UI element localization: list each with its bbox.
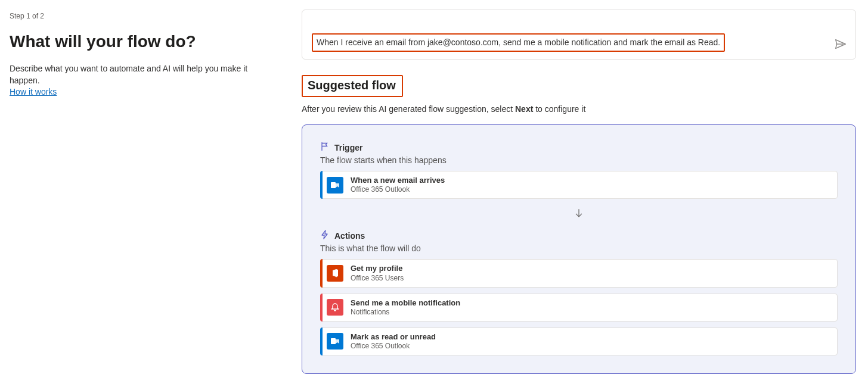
suggested-flow-heading: Suggested flow [308, 79, 396, 92]
office-icon [327, 265, 343, 282]
actions-section-header: Actions [320, 230, 838, 241]
page-description: Describe what you want to automate and A… [10, 63, 279, 86]
action-title: Mark as read or unread [351, 332, 436, 342]
bell-icon [327, 299, 343, 316]
lightning-icon [320, 230, 330, 241]
action-connector: Office 365 Users [351, 274, 404, 283]
suggested-flow-card: Trigger The flow starts when this happen… [302, 124, 856, 374]
flag-icon [320, 142, 330, 153]
left-pane: Step 1 of 2 What will your flow do? Desc… [0, 0, 292, 390]
action-card[interactable]: Get my profile Office 365 Users [320, 259, 838, 287]
trigger-label: Trigger [334, 143, 362, 152]
trigger-card[interactable]: When a new email arrives Office 365 Outl… [320, 171, 838, 199]
actions-description: This is what the flow will do [320, 244, 838, 253]
how-it-works-link[interactable]: How it works [10, 87, 57, 96]
right-pane: When I receive an email from jake@contos… [292, 0, 868, 390]
action-card[interactable]: Send me a mobile notification Notificati… [320, 294, 838, 322]
action-connector: Notifications [351, 308, 460, 317]
arrow-down-icon [320, 207, 838, 221]
prompt-input-container[interactable]: When I receive an email from jake@contos… [302, 10, 856, 60]
trigger-description: The flow starts when this happens [320, 155, 838, 165]
svg-point-3 [332, 340, 335, 343]
action-connector: Office 365 Outlook [351, 342, 436, 351]
prompt-text: When I receive an email from jake@contos… [312, 33, 725, 52]
action-title: Send me a mobile notification [351, 298, 460, 308]
step-indicator: Step 1 of 2 [10, 12, 279, 20]
send-button[interactable] [834, 38, 847, 51]
trigger-title: When a new email arrives [351, 176, 445, 185]
page-title: What will your flow do? [10, 32, 279, 51]
actions-label: Actions [334, 231, 365, 241]
action-title: Get my profile [351, 264, 404, 273]
svg-point-1 [332, 183, 335, 186]
trigger-section-header: Trigger [320, 142, 838, 153]
send-icon [834, 42, 847, 52]
suggested-flow-heading-highlight: Suggested flow [302, 75, 403, 97]
suggested-flow-subtext: After you review this AI generated flow … [302, 104, 856, 114]
outlook-icon [327, 177, 343, 194]
outlook-icon [327, 333, 343, 350]
action-card[interactable]: Mark as read or unread Office 365 Outloo… [320, 327, 838, 355]
trigger-connector: Office 365 Outlook [351, 185, 445, 194]
